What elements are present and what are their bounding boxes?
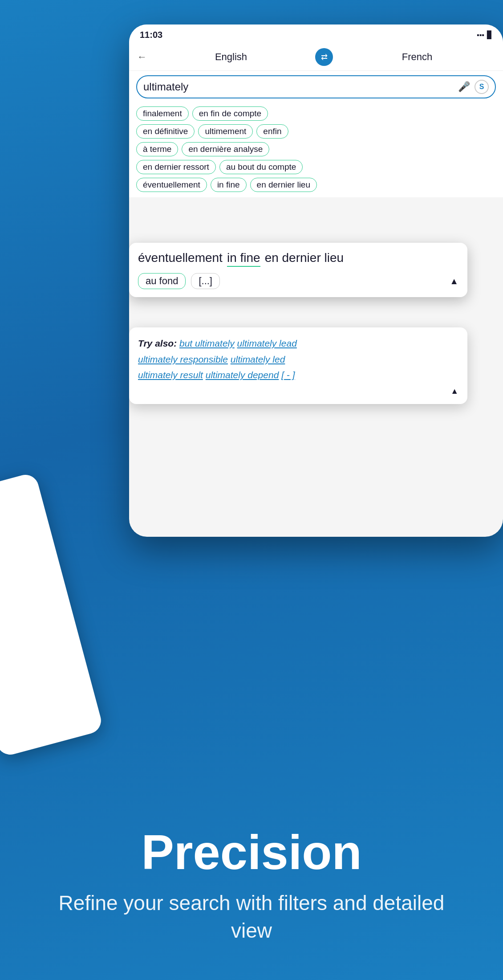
precision-subtitle: Refine your search with filters and deta… xyxy=(36,889,467,944)
chip-finalement[interactable]: finalement xyxy=(136,106,189,121)
time: 11:03 xyxy=(140,30,162,40)
phone-left-mockup: ☆ 🔊 nnte xyxy=(0,472,104,758)
search-query-text: ultimately xyxy=(143,81,454,93)
try-also-content: Try also: but ultimately ultimately lead… xyxy=(138,335,458,383)
collapse-arrow-2[interactable]: ▲ xyxy=(450,387,458,396)
try-link-ultimately-led[interactable]: ultimately led xyxy=(231,354,285,364)
precision-title: Precision xyxy=(36,824,467,880)
target-language-label: French xyxy=(339,51,495,63)
chip-au-fond[interactable]: au fond xyxy=(138,273,186,289)
battery-icon: ▊ xyxy=(487,31,492,39)
overlay-expanded-card: éventuellement in fine en dernier lieu a… xyxy=(129,243,467,297)
bottom-section: Precision Refine your search with filter… xyxy=(0,797,503,980)
search-input-wrapper[interactable]: ultimately 🎤 S xyxy=(136,75,496,98)
overlay-row2: au fond [...] ▲ xyxy=(138,273,458,289)
overlay-big-chips-row: éventuellement in fine en dernier lieu xyxy=(138,251,458,267)
s-badge[interactable]: S xyxy=(475,80,489,94)
swap-icon: ⇄ xyxy=(321,52,328,62)
header-bar: ← English ⇄ French xyxy=(129,44,503,71)
phone-mockup: 11:03 ▪▪▪ ▊ ← English ⇄ French ultimatel… xyxy=(129,24,503,537)
mic-icon[interactable]: 🎤 xyxy=(458,81,470,93)
try-link-dash[interactable]: [ - ] xyxy=(281,370,295,380)
status-icons: ▪▪▪ ▊ xyxy=(477,31,492,39)
chip-en-fin-de-compte[interactable]: en fin de compte xyxy=(192,106,268,121)
try-link-ultimately-depend[interactable]: ultimately depend xyxy=(206,370,279,380)
chip-row-3: à terme en dernière analyse xyxy=(136,142,496,156)
back-button[interactable]: ← xyxy=(137,51,147,63)
chip-en-definitive[interactable]: en définitive xyxy=(136,124,195,139)
try-link-ultimately-result[interactable]: ultimately result xyxy=(138,370,203,380)
phone-left-inner: ☆ 🔊 nnte xyxy=(0,472,56,577)
chip-en-derniere-analyse[interactable]: en dernière analyse xyxy=(182,142,269,156)
big-chip-en-dernier-lieu[interactable]: en dernier lieu xyxy=(265,251,344,267)
chip-row-1: finalement en fin de compte xyxy=(136,106,496,121)
search-bar: ultimately 🎤 S xyxy=(129,71,503,103)
s-badge-label: S xyxy=(479,83,484,91)
speaker-icon: 🔊 xyxy=(0,504,41,543)
chip-ellipsis[interactable]: [...] xyxy=(191,273,220,289)
try-link-ultimately-responsible[interactable]: ultimately responsible xyxy=(138,354,228,364)
chip-en-dernier-ressort[interactable]: en dernier ressort xyxy=(136,160,216,174)
chip-en-dernier-lieu[interactable]: en dernier lieu xyxy=(250,178,317,192)
chip-row-2: en définitive ultimement enfin xyxy=(136,124,496,139)
chip-row-4: en dernier ressort au bout du compte xyxy=(136,160,496,174)
try-also-label: Try also: xyxy=(138,338,177,348)
big-chip-eventuellement[interactable]: éventuellement xyxy=(138,251,223,267)
big-chip-in-fine[interactable]: in fine xyxy=(227,251,260,267)
chip-ultimement[interactable]: ultimement xyxy=(198,124,253,139)
swap-languages-button[interactable]: ⇄ xyxy=(315,48,333,66)
collapse-arrow-1[interactable]: ▲ xyxy=(450,276,458,286)
status-bar: 11:03 ▪▪▪ ▊ xyxy=(129,24,503,44)
source-language-label: English xyxy=(153,51,309,63)
try-also-card: Try also: but ultimately ultimately lead… xyxy=(129,327,467,404)
try-link-but-ultimately[interactable]: but ultimately xyxy=(179,338,235,348)
chip-in-fine[interactable]: in fine xyxy=(211,178,247,192)
chip-au-bout-du-compte[interactable]: au bout du compte xyxy=(219,160,303,174)
chip-row-5: éventuellement in fine en dernier lieu xyxy=(136,178,496,192)
chip-enfin[interactable]: enfin xyxy=(256,124,288,139)
chip-a-terme[interactable]: à terme xyxy=(136,142,178,156)
chip-eventuellement[interactable]: éventuellement xyxy=(136,178,207,192)
chips-area: finalement en fin de compte en définitiv… xyxy=(129,103,503,197)
try-link-ultimately-lead[interactable]: ultimately lead xyxy=(237,338,297,348)
signal-icon: ▪▪▪ xyxy=(477,31,484,39)
phone-left-text: nnte xyxy=(0,535,47,567)
